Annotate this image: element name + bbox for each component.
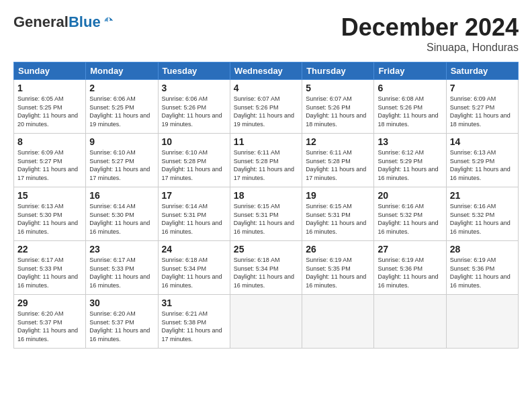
- day-number: 17: [162, 190, 226, 201]
- day-number: 23: [89, 244, 154, 255]
- table-row: 11Sunrise: 6:11 AMSunset: 5:28 PMDayligh…: [230, 134, 302, 187]
- col-monday: Monday: [86, 62, 158, 80]
- day-number: 19: [306, 190, 370, 201]
- day-number: 20: [378, 190, 442, 201]
- table-row: 10Sunrise: 6:10 AMSunset: 5:28 PMDayligh…: [158, 134, 230, 187]
- day-info: Sunrise: 6:20 AMSunset: 5:37 PMDaylight:…: [17, 310, 82, 343]
- table-row: 13Sunrise: 6:12 AMSunset: 5:29 PMDayligh…: [374, 134, 446, 187]
- day-number: 21: [450, 190, 515, 201]
- col-wednesday: Wednesday: [230, 62, 302, 80]
- day-number: 4: [234, 83, 298, 93]
- day-info: Sunrise: 6:20 AMSunset: 5:37 PMDaylight:…: [89, 310, 154, 343]
- logo: GeneralBlue: [13, 13, 114, 31]
- calendar-week-row: 22Sunrise: 6:17 AMSunset: 5:33 PMDayligh…: [14, 241, 519, 295]
- col-thursday: Thursday: [302, 62, 374, 80]
- table-row: 5Sunrise: 6:07 AMSunset: 5:26 PMDaylight…: [302, 80, 374, 134]
- day-number: 30: [89, 298, 154, 308]
- table-row: 4Sunrise: 6:07 AMSunset: 5:26 PMDaylight…: [230, 80, 302, 134]
- table-row: 27Sunrise: 6:19 AMSunset: 5:36 PMDayligh…: [374, 241, 446, 295]
- day-info: Sunrise: 6:16 AMSunset: 5:32 PMDaylight:…: [378, 202, 442, 236]
- day-info: Sunrise: 6:17 AMSunset: 5:33 PMDaylight:…: [17, 256, 82, 289]
- day-info: Sunrise: 6:13 AMSunset: 5:30 PMDaylight:…: [17, 202, 82, 236]
- table-row: [374, 295, 446, 349]
- day-info: Sunrise: 6:18 AMSunset: 5:34 PMDaylight:…: [162, 256, 226, 289]
- table-row: 16Sunrise: 6:14 AMSunset: 5:30 PMDayligh…: [86, 187, 158, 241]
- day-info: Sunrise: 6:15 AMSunset: 5:31 PMDaylight:…: [306, 202, 370, 236]
- day-info: Sunrise: 6:10 AMSunset: 5:28 PMDaylight:…: [162, 148, 226, 182]
- day-info: Sunrise: 6:06 AMSunset: 5:26 PMDaylight:…: [162, 95, 226, 128]
- day-number: 26: [306, 244, 370, 255]
- day-number: 8: [17, 136, 82, 147]
- day-info: Sunrise: 6:07 AMSunset: 5:26 PMDaylight:…: [234, 95, 298, 128]
- day-info: Sunrise: 6:11 AMSunset: 5:28 PMDaylight:…: [234, 148, 298, 182]
- day-number: 9: [89, 136, 154, 147]
- table-row: [302, 295, 374, 349]
- table-row: 21Sunrise: 6:16 AMSunset: 5:32 PMDayligh…: [446, 187, 518, 241]
- day-number: 11: [234, 136, 298, 147]
- table-row: 31Sunrise: 6:21 AMSunset: 5:38 PMDayligh…: [158, 295, 230, 349]
- day-number: 28: [450, 244, 515, 255]
- day-info: Sunrise: 6:21 AMSunset: 5:38 PMDaylight:…: [162, 310, 226, 343]
- table-row: 2Sunrise: 6:06 AMSunset: 5:25 PMDaylight…: [86, 80, 158, 134]
- table-row: 29Sunrise: 6:20 AMSunset: 5:37 PMDayligh…: [14, 295, 86, 349]
- table-row: 6Sunrise: 6:08 AMSunset: 5:26 PMDaylight…: [374, 80, 446, 134]
- day-number: 6: [378, 83, 442, 93]
- col-sunday: Sunday: [14, 62, 86, 80]
- month-title: December 2024: [341, 13, 519, 42]
- table-row: [446, 295, 518, 349]
- day-number: 5: [306, 83, 370, 93]
- table-row: 19Sunrise: 6:15 AMSunset: 5:31 PMDayligh…: [302, 187, 374, 241]
- day-number: 25: [234, 244, 298, 255]
- day-number: 24: [162, 244, 226, 255]
- col-saturday: Saturday: [446, 62, 518, 80]
- calendar-header-row: Sunday Monday Tuesday Wednesday Thursday…: [14, 62, 519, 80]
- table-row: 8Sunrise: 6:09 AMSunset: 5:27 PMDaylight…: [14, 134, 86, 187]
- day-info: Sunrise: 6:10 AMSunset: 5:27 PMDaylight:…: [89, 148, 154, 182]
- day-number: 3: [162, 83, 226, 93]
- table-row: 24Sunrise: 6:18 AMSunset: 5:34 PMDayligh…: [158, 241, 230, 295]
- day-info: Sunrise: 6:12 AMSunset: 5:29 PMDaylight:…: [378, 148, 442, 182]
- day-number: 27: [378, 244, 442, 255]
- day-info: Sunrise: 6:09 AMSunset: 5:27 PMDaylight:…: [450, 95, 515, 128]
- calendar-table: Sunday Monday Tuesday Wednesday Thursday…: [13, 62, 519, 349]
- day-info: Sunrise: 6:11 AMSunset: 5:28 PMDaylight:…: [306, 148, 370, 182]
- title-section: December 2024 Sinuapa, Honduras: [341, 13, 519, 54]
- day-number: 18: [234, 190, 298, 201]
- table-row: 28Sunrise: 6:19 AMSunset: 5:36 PMDayligh…: [446, 241, 518, 295]
- col-friday: Friday: [374, 62, 446, 80]
- day-info: Sunrise: 6:19 AMSunset: 5:35 PMDaylight:…: [306, 256, 370, 289]
- day-info: Sunrise: 6:06 AMSunset: 5:25 PMDaylight:…: [89, 95, 154, 128]
- logo-bird-icon: [102, 16, 114, 28]
- table-row: 3Sunrise: 6:06 AMSunset: 5:26 PMDaylight…: [158, 80, 230, 134]
- table-row: 18Sunrise: 6:15 AMSunset: 5:31 PMDayligh…: [230, 187, 302, 241]
- table-row: 14Sunrise: 6:13 AMSunset: 5:29 PMDayligh…: [446, 134, 518, 187]
- day-info: Sunrise: 6:19 AMSunset: 5:36 PMDaylight:…: [378, 256, 442, 289]
- day-info: Sunrise: 6:13 AMSunset: 5:29 PMDaylight:…: [450, 148, 515, 182]
- day-number: 22: [17, 244, 82, 255]
- table-row: 15Sunrise: 6:13 AMSunset: 5:30 PMDayligh…: [14, 187, 86, 241]
- location: Sinuapa, Honduras: [341, 42, 519, 54]
- table-row: 7Sunrise: 6:09 AMSunset: 5:27 PMDaylight…: [446, 80, 518, 134]
- day-number: 1: [17, 83, 82, 93]
- day-info: Sunrise: 6:07 AMSunset: 5:26 PMDaylight:…: [306, 95, 370, 128]
- day-info: Sunrise: 6:15 AMSunset: 5:31 PMDaylight:…: [234, 202, 298, 236]
- logo-general: GeneralBlue: [13, 13, 101, 31]
- table-row: [230, 295, 302, 349]
- logo-text: GeneralBlue: [13, 13, 114, 31]
- day-number: 14: [450, 136, 515, 147]
- table-row: 12Sunrise: 6:11 AMSunset: 5:28 PMDayligh…: [302, 134, 374, 187]
- day-number: 15: [17, 190, 82, 201]
- day-info: Sunrise: 6:09 AMSunset: 5:27 PMDaylight:…: [17, 148, 82, 182]
- table-row: 23Sunrise: 6:17 AMSunset: 5:33 PMDayligh…: [86, 241, 158, 295]
- day-number: 29: [17, 298, 82, 308]
- page: GeneralBlue December 2024 Sinuapa, Hondu…: [0, 0, 532, 411]
- day-number: 12: [306, 136, 370, 147]
- day-info: Sunrise: 6:19 AMSunset: 5:36 PMDaylight:…: [450, 256, 515, 289]
- day-number: 31: [162, 298, 226, 308]
- header: GeneralBlue December 2024 Sinuapa, Hondu…: [13, 13, 519, 54]
- table-row: 9Sunrise: 6:10 AMSunset: 5:27 PMDaylight…: [86, 134, 158, 187]
- day-number: 2: [89, 83, 154, 93]
- table-row: 17Sunrise: 6:14 AMSunset: 5:31 PMDayligh…: [158, 187, 230, 241]
- calendar-week-row: 8Sunrise: 6:09 AMSunset: 5:27 PMDaylight…: [14, 134, 519, 187]
- day-info: Sunrise: 6:16 AMSunset: 5:32 PMDaylight:…: [450, 202, 515, 236]
